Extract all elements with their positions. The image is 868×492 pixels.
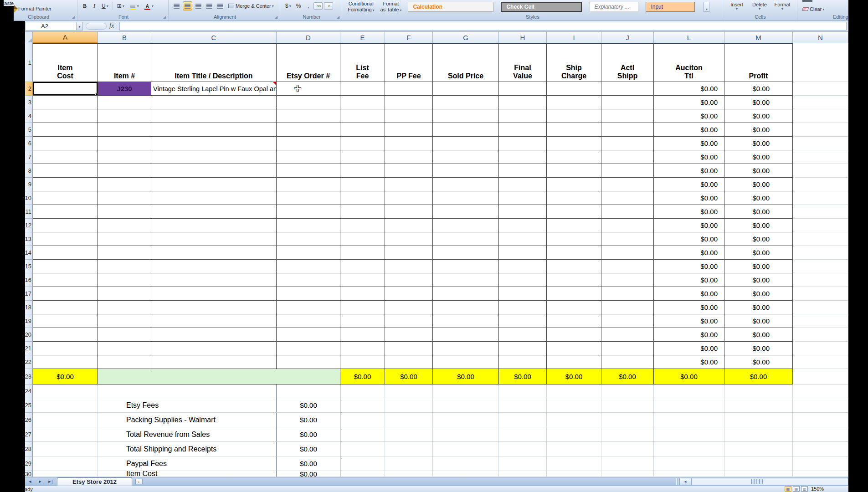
- column-header-G[interactable]: G: [433, 32, 499, 43]
- cell[interactable]: [601, 232, 654, 246]
- cell[interactable]: [33, 219, 98, 232]
- cell[interactable]: [654, 427, 724, 442]
- column-header-C[interactable]: C: [151, 32, 277, 43]
- cell[interactable]: [499, 109, 547, 123]
- cell[interactable]: $0.00: [654, 109, 724, 123]
- cell[interactable]: $0.00: [654, 164, 724, 178]
- header-cell[interactable]: Sold Price: [433, 43, 499, 82]
- style-check-cell[interactable]: Check Cell: [501, 2, 582, 12]
- row-header[interactable]: 5: [25, 123, 33, 137]
- cell[interactable]: [340, 164, 385, 178]
- cell[interactable]: [601, 178, 654, 191]
- column-header-A[interactable]: A: [33, 32, 98, 43]
- cell[interactable]: [151, 328, 277, 342]
- cell[interactable]: [499, 314, 547, 328]
- cell[interactable]: [433, 109, 499, 123]
- cell[interactable]: [601, 273, 654, 287]
- cell[interactable]: [793, 355, 848, 369]
- cell[interactable]: [98, 287, 151, 301]
- cell[interactable]: $0.00: [724, 314, 793, 328]
- delete-button[interactable]: Delete▾: [748, 0, 771, 11]
- summary-value-cell[interactable]: [277, 384, 340, 398]
- cell[interactable]: [654, 413, 724, 427]
- header-cell[interactable]: Profit: [724, 43, 793, 82]
- cell[interactable]: [433, 342, 499, 355]
- cell[interactable]: [340, 471, 385, 477]
- cell[interactable]: [547, 342, 601, 355]
- cell[interactable]: [340, 232, 385, 246]
- cell[interactable]: [547, 178, 601, 191]
- cell[interactable]: [385, 150, 433, 164]
- cell[interactable]: [385, 328, 433, 342]
- clipboard-dialog-launcher[interactable]: ◢: [71, 15, 76, 20]
- cell[interactable]: [724, 413, 793, 427]
- cell[interactable]: [151, 287, 277, 301]
- cell[interactable]: [601, 150, 654, 164]
- cell[interactable]: [33, 246, 98, 260]
- cell[interactable]: [151, 178, 277, 191]
- font-dialog-launcher[interactable]: ◢: [162, 15, 167, 20]
- summary-label-cell[interactable]: Etsy Fees: [98, 398, 277, 413]
- cell[interactable]: [499, 342, 547, 355]
- cell[interactable]: [601, 314, 654, 328]
- cell[interactable]: [601, 191, 654, 205]
- totals-item-cost-cell[interactable]: $0.00: [33, 369, 98, 384]
- fill-handle[interactable]: [95, 93, 98, 95]
- zoom-level[interactable]: 150%: [811, 486, 824, 492]
- cell[interactable]: [98, 260, 151, 273]
- totals-cell[interactable]: $0.00: [724, 369, 793, 384]
- hscroll-left-button[interactable]: ◄: [679, 478, 691, 485]
- cell[interactable]: [98, 109, 151, 123]
- cell[interactable]: $0.00: [724, 219, 793, 232]
- cell[interactable]: [793, 164, 848, 178]
- cell[interactable]: [340, 456, 385, 471]
- cell[interactable]: $0.00: [724, 109, 793, 123]
- cell[interactable]: [33, 109, 98, 123]
- fx-icon[interactable]: fx: [109, 22, 114, 30]
- cell[interactable]: [385, 219, 433, 232]
- decrease-decimal-button[interactable]: .0: [324, 2, 333, 10]
- cell[interactable]: [33, 273, 98, 287]
- cell[interactable]: [33, 137, 98, 150]
- summary-label-cell[interactable]: Packing Supplies - Walmart: [98, 413, 277, 427]
- previous-sheet-button[interactable]: ►: [35, 477, 45, 486]
- cell[interactable]: [601, 384, 654, 398]
- etsy-order-cell[interactable]: [277, 82, 340, 96]
- cell[interactable]: [654, 398, 724, 413]
- cell[interactable]: [33, 442, 98, 456]
- cell[interactable]: [151, 123, 277, 137]
- cell[interactable]: [499, 219, 547, 232]
- cell[interactable]: [33, 191, 98, 205]
- cell[interactable]: [98, 123, 151, 137]
- cell[interactable]: [433, 355, 499, 369]
- cell[interactable]: [793, 178, 848, 191]
- cell[interactable]: [433, 384, 499, 398]
- cell[interactable]: [793, 427, 848, 442]
- cell[interactable]: [98, 205, 151, 219]
- cell[interactable]: [724, 442, 793, 456]
- cell[interactable]: [654, 456, 724, 471]
- cell[interactable]: [793, 471, 848, 477]
- row-header[interactable]: 30: [25, 471, 33, 477]
- cell[interactable]: $0.00: [654, 178, 724, 191]
- summary-value-cell[interactable]: $0.00: [277, 398, 340, 413]
- row-header[interactable]: 26: [25, 413, 33, 427]
- cell[interactable]: [601, 287, 654, 301]
- cell[interactable]: [547, 427, 601, 442]
- column-header-B[interactable]: B: [98, 32, 151, 43]
- underline-button[interactable]: U: [100, 1, 110, 10]
- row-header[interactable]: 9: [25, 178, 33, 191]
- cell[interactable]: [654, 471, 724, 477]
- cell[interactable]: [340, 191, 385, 205]
- align-right-button[interactable]: [194, 1, 203, 10]
- cell[interactable]: [724, 471, 793, 477]
- row-header[interactable]: 6: [25, 137, 33, 150]
- cell[interactable]: [499, 150, 547, 164]
- cell[interactable]: [499, 96, 547, 109]
- cell[interactable]: [33, 471, 98, 477]
- cell[interactable]: [385, 96, 433, 109]
- cell[interactable]: [33, 328, 98, 342]
- cell[interactable]: [98, 96, 151, 109]
- cell[interactable]: [33, 456, 98, 471]
- cell[interactable]: [151, 260, 277, 273]
